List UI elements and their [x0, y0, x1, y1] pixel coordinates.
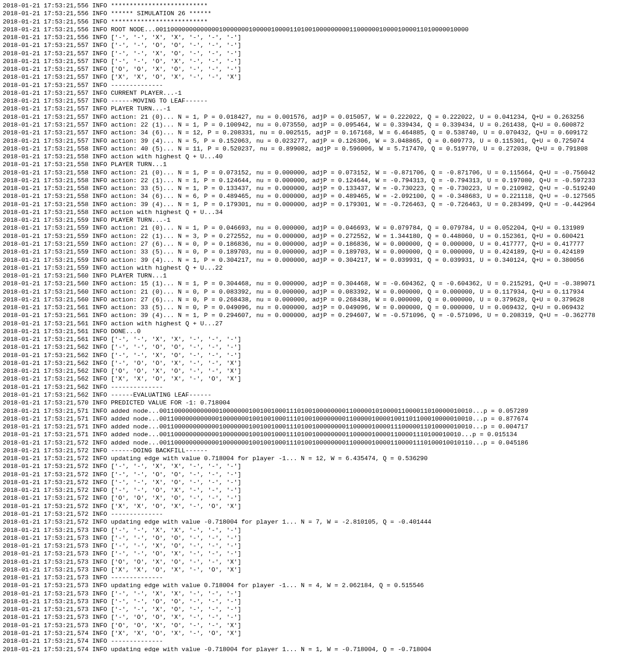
log-line: 2018-01-21 17:53:21,560 INFO PLAYER TURN… — [3, 272, 641, 280]
log-line: 2018-01-21 17:53:21,557 INFO -----------… — [3, 81, 641, 89]
log-line: 2018-01-21 17:53:21,560 INFO action: 27 … — [3, 296, 641, 304]
log-line: 2018-01-21 17:53:21,572 INFO ['-', '-', … — [3, 462, 641, 470]
log-line: 2018-01-21 17:53:21,558 INFO PLAYER TURN… — [3, 161, 641, 168]
log-line: 2018-01-21 17:53:21,573 INFO ['-', '-', … — [3, 606, 641, 613]
log-line: 2018-01-21 17:53:21,559 INFO action: 21 … — [3, 224, 641, 232]
log-line: 2018-01-21 17:53:21,557 INFO ------MOVIN… — [3, 97, 641, 105]
log-line: 2018-01-21 17:53:21,572 INFO updating ed… — [3, 518, 641, 526]
log-line: 2018-01-21 17:53:21,573 INFO updating ed… — [3, 582, 641, 589]
log-line: 2018-01-21 17:53:21,558 INFO action: 39 … — [3, 201, 641, 208]
log-line: 2018-01-21 17:53:21,572 INFO ['-', '-', … — [3, 486, 641, 494]
log-line: 2018-01-21 17:53:21,574 INFO ['X', 'X', … — [3, 629, 641, 637]
log-line: 2018-01-21 17:53:21,556 INFO ['-', '-', … — [3, 34, 641, 41]
log-line: 2018-01-21 17:53:21,572 INFO ['-', '-', … — [3, 471, 641, 479]
log-line: 2018-01-21 17:53:21,559 INFO action: 33 … — [3, 248, 641, 256]
log-line: 2018-01-21 17:53:21,573 INFO ['-', '-', … — [3, 542, 641, 550]
log-line: 2018-01-21 17:53:21,556 INFO ****** SIMU… — [3, 10, 641, 17]
log-line: 2018-01-21 17:53:21,572 INFO added node.… — [3, 439, 641, 447]
log-line: 2018-01-21 17:53:21,573 INFO ['-', '-', … — [3, 598, 641, 606]
log-line: 2018-01-21 17:53:21,573 INFO -----------… — [3, 574, 641, 582]
log-line: 2018-01-21 17:53:21,561 INFO DONE...0 — [3, 328, 641, 335]
log-line: 2018-01-21 17:53:21,560 INFO action: 21 … — [3, 288, 641, 296]
log-line: 2018-01-21 17:53:21,557 INFO ['-', '-', … — [3, 58, 641, 65]
log-line: 2018-01-21 17:53:21,573 INFO ['-', 'O', … — [3, 613, 641, 621]
log-line: 2018-01-21 17:53:21,558 INFO action: 21 … — [3, 169, 641, 177]
log-line: 2018-01-21 17:53:21,557 INFO ['X', 'X', … — [3, 73, 641, 81]
log-line: 2018-01-21 17:53:21,562 INFO ['-', '-', … — [3, 343, 641, 351]
log-line: 2018-01-21 17:53:21,572 INFO ['O', 'O', … — [3, 494, 641, 502]
log-line: 2018-01-21 17:53:21,573 INFO ['-', '-', … — [3, 590, 641, 598]
log-line: 2018-01-21 17:53:21,562 INFO -----------… — [3, 383, 641, 391]
log-line: 2018-01-21 17:53:21,557 INFO action: 22 … — [3, 121, 641, 129]
log-line: 2018-01-21 17:53:21,574 INFO updating ed… — [3, 646, 641, 652]
log-line: 2018-01-21 17:53:21,557 INFO PLAYER TURN… — [3, 105, 641, 113]
log-line: 2018-01-21 17:53:21,558 INFO action with… — [3, 208, 641, 216]
log-line: 2018-01-21 17:53:21,560 INFO action: 15 … — [3, 280, 641, 288]
log-line: 2018-01-21 17:53:21,573 INFO ['-', '-', … — [3, 526, 641, 534]
log-line: 2018-01-21 17:53:21,572 INFO ['-', '-', … — [3, 479, 641, 486]
log-line: 2018-01-21 17:53:21,561 INFO action: 33 … — [3, 304, 641, 312]
log-line: 2018-01-21 17:53:21,556 INFO ROOT NODE..… — [3, 26, 641, 34]
log-line: 2018-01-21 17:53:21,573 INFO ['-', '-', … — [3, 534, 641, 542]
log-line: 2018-01-21 17:53:21,561 INFO action: 39 … — [3, 312, 641, 319]
log-output: 2018-01-21 17:53:21,556 INFO ***********… — [0, 0, 644, 652]
log-line: 2018-01-21 17:53:21,559 INFO action with… — [3, 264, 641, 272]
log-line: 2018-01-21 17:53:21,559 INFO action: 27 … — [3, 240, 641, 248]
log-line: 2018-01-21 17:53:21,558 INFO action: 40 … — [3, 145, 641, 153]
log-line: 2018-01-21 17:53:21,559 INFO action: 22 … — [3, 232, 641, 240]
log-line: 2018-01-21 17:53:21,557 INFO action: 34 … — [3, 129, 641, 137]
log-line: 2018-01-21 17:53:21,557 INFO ['-', '-', … — [3, 41, 641, 49]
log-line: 2018-01-21 17:53:21,562 INFO ['X', 'X', … — [3, 375, 641, 383]
log-line: 2018-01-21 17:53:21,556 INFO ***********… — [3, 2, 641, 10]
log-line: 2018-01-21 17:53:21,562 INFO ['-', '-', … — [3, 352, 641, 359]
log-line: 2018-01-21 17:53:21,571 INFO added node.… — [3, 415, 641, 423]
log-line: 2018-01-21 17:53:21,558 INFO action: 22 … — [3, 177, 641, 185]
log-line: 2018-01-21 17:53:21,559 INFO PLAYER TURN… — [3, 216, 641, 224]
log-line: 2018-01-21 17:53:21,562 INFO ------EVALU… — [3, 391, 641, 399]
log-line: 2018-01-21 17:53:21,557 INFO CURRENT PLA… — [3, 89, 641, 97]
log-line: 2018-01-21 17:53:21,571 INFO added node.… — [3, 423, 641, 431]
log-line: 2018-01-21 17:53:21,572 INFO updating ed… — [3, 455, 641, 462]
log-line: 2018-01-21 17:53:21,572 INFO -----------… — [3, 510, 641, 518]
log-line: 2018-01-21 17:53:21,556 INFO ***********… — [3, 18, 641, 26]
log-line: 2018-01-21 17:53:21,558 INFO action: 33 … — [3, 185, 641, 192]
log-line: 2018-01-21 17:53:21,558 INFO action: 34 … — [3, 192, 641, 200]
log-line: 2018-01-21 17:53:21,572 INFO ['X', 'X', … — [3, 502, 641, 510]
log-line: 2018-01-21 17:53:21,562 INFO ['O', 'O', … — [3, 367, 641, 375]
log-line: 2018-01-21 17:53:21,573 INFO ['-', '-', … — [3, 550, 641, 558]
log-line: 2018-01-21 17:53:21,571 INFO added node.… — [3, 431, 641, 439]
log-line: 2018-01-21 17:53:21,561 INFO action with… — [3, 320, 641, 328]
log-line: 2018-01-21 17:53:21,557 INFO action: 21 … — [3, 113, 641, 121]
log-line: 2018-01-21 17:53:21,573 INFO ['O', 'O', … — [3, 622, 641, 629]
log-line: 2018-01-21 17:53:21,571 INFO added node.… — [3, 407, 641, 415]
log-line: 2018-01-21 17:53:21,570 INFO PREDICTED V… — [3, 399, 641, 407]
log-line: 2018-01-21 17:53:21,573 INFO ['X', 'X', … — [3, 566, 641, 574]
log-line: 2018-01-21 17:53:21,561 INFO ['-', '-', … — [3, 335, 641, 343]
log-line: 2018-01-21 17:53:21,557 INFO ['-', '-', … — [3, 50, 641, 58]
log-line: 2018-01-21 17:53:21,562 INFO ['-', 'O', … — [3, 359, 641, 367]
log-line: 2018-01-21 17:53:21,559 INFO action: 39 … — [3, 256, 641, 264]
log-line: 2018-01-21 17:53:21,574 INFO -----------… — [3, 637, 641, 645]
log-line: 2018-01-21 17:53:21,572 INFO ------DOING… — [3, 447, 641, 455]
log-line: 2018-01-21 17:53:21,557 INFO ['O', 'O', … — [3, 65, 641, 73]
log-line: 2018-01-21 17:53:21,573 INFO ['O', 'O', … — [3, 558, 641, 566]
log-line: 2018-01-21 17:53:21,557 INFO action: 39 … — [3, 137, 641, 145]
log-line: 2018-01-21 17:53:21,558 INFO action with… — [3, 153, 641, 161]
